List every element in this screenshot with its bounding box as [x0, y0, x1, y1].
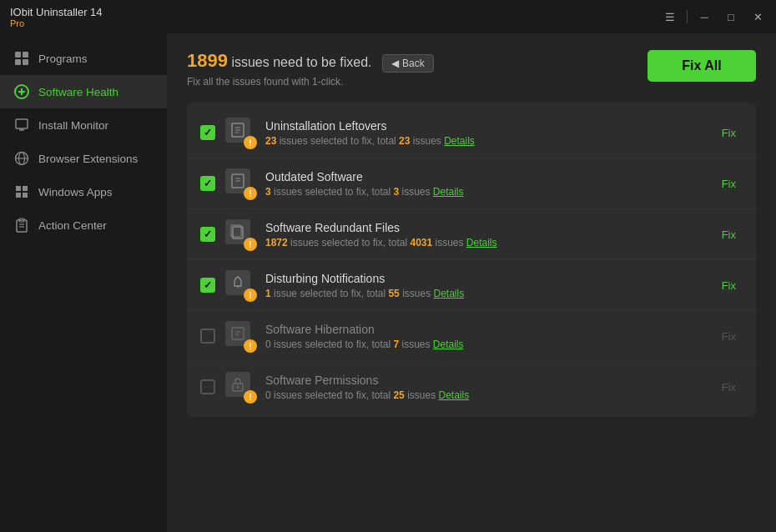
- table-row: ! Uninstallation Leftovers 23 issues sel…: [187, 108, 756, 158]
- window-controls: ☰ ─ □ ✕: [658, 8, 769, 26]
- sidebar-action-center-label: Action Center: [38, 219, 107, 232]
- back-button[interactable]: ◀ Back: [382, 54, 434, 73]
- table-row: ! Software Hibernation 0 issues selected…: [187, 311, 756, 362]
- content-area: 1899 issues need to be fixed. ◀ Back Fix…: [167, 33, 776, 532]
- issue-warning-badge: !: [244, 187, 257, 200]
- minimize-icon: ─: [700, 11, 708, 23]
- content-header: 1899 issues need to be fixed. ◀ Back Fix…: [187, 50, 756, 88]
- details-link[interactable]: Details: [433, 339, 464, 350]
- issue-checkbox-uninstallation-leftovers[interactable]: [200, 125, 215, 140]
- minimize-button[interactable]: ─: [693, 8, 716, 26]
- issue-description: 1 issue selected to fix, total 55 issues…: [265, 288, 705, 299]
- sidebar-item-browser-extensions[interactable]: Browser Extensions: [0, 142, 167, 175]
- fix-button-disturbing-notifications[interactable]: Fix: [715, 276, 743, 295]
- sidebar: Programs Software Health Install Monit: [0, 33, 167, 532]
- table-row: ! Outdated Software 3 issues selected to…: [187, 158, 756, 209]
- total-count: 25: [393, 389, 404, 401]
- app-branding: IObit Uninstaller 14 Pro: [10, 6, 103, 28]
- sidebar-item-install-monitor[interactable]: Install Monitor: [0, 108, 167, 142]
- issue-checkbox-disturbing-notifications[interactable]: [200, 278, 215, 293]
- sidebar-windows-apps-label: Windows Apps: [38, 186, 113, 198]
- back-arrow-icon: ◀: [391, 58, 399, 69]
- menu-button[interactable]: ☰: [658, 8, 682, 26]
- sidebar-browser-extensions-label: Browser Extensions: [38, 153, 138, 165]
- issue-icon-software-hibernation: !: [225, 321, 255, 351]
- sidebar-item-windows-apps[interactable]: Windows Apps: [0, 175, 167, 208]
- svg-rect-7: [16, 119, 28, 128]
- browser-extensions-icon: [13, 150, 30, 167]
- issue-icon-software-redundant-files: !: [225, 219, 255, 249]
- back-label: Back: [402, 58, 425, 69]
- header-left: 1899 issues need to be fixed. ◀ Back Fix…: [187, 50, 434, 88]
- details-link[interactable]: Details: [439, 389, 470, 401]
- details-link[interactable]: Details: [434, 288, 465, 299]
- issue-checkbox-outdated-software[interactable]: [200, 176, 215, 191]
- selected-count: 0: [265, 339, 271, 350]
- software-health-icon: [13, 83, 30, 100]
- install-monitor-icon: [13, 117, 30, 133]
- issue-description: 1872 issues selected to fix, total 4031 …: [265, 237, 705, 248]
- sidebar-install-monitor-label: Install Monitor: [38, 119, 108, 132]
- fix-button-outdated-software[interactable]: Fix: [715, 174, 743, 193]
- issues-heading: 1899 issues need to be fixed. ◀ Back: [187, 50, 434, 73]
- sidebar-programs-label: Programs: [38, 53, 88, 65]
- selected-count: 23: [265, 135, 276, 147]
- issue-checkbox-software-hibernation[interactable]: [200, 329, 215, 344]
- programs-icon: [13, 50, 30, 67]
- maximize-icon: □: [728, 11, 734, 23]
- svg-rect-32: [232, 328, 244, 339]
- close-button[interactable]: ✕: [746, 8, 769, 26]
- fix-all-button[interactable]: Fix All: [648, 50, 756, 82]
- fix-button-software-hibernation: Fix: [715, 327, 743, 346]
- total-count: 23: [399, 135, 410, 147]
- menu-icon: ☰: [665, 11, 675, 23]
- svg-rect-15: [16, 193, 21, 198]
- details-link[interactable]: Details: [444, 135, 475, 147]
- total-count: 55: [388, 288, 399, 299]
- issue-name: Software Permissions: [265, 374, 705, 387]
- selected-count: 1872: [265, 237, 288, 248]
- issues-list: ! Uninstallation Leftovers 23 issues sel…: [187, 103, 756, 417]
- issue-warning-badge: !: [244, 390, 257, 404]
- issue-name: Software Hibernation: [265, 323, 705, 336]
- details-link[interactable]: Details: [433, 186, 464, 198]
- issue-name: Software Redundant Files: [265, 221, 705, 234]
- svg-rect-14: [23, 186, 28, 191]
- issue-checkbox-software-permissions[interactable]: [200, 379, 215, 394]
- selected-count: 0: [265, 389, 271, 401]
- sidebar-item-action-center[interactable]: Action Center: [0, 208, 167, 242]
- selected-count: 1: [265, 288, 271, 299]
- separator: [687, 10, 688, 23]
- svg-rect-1: [23, 52, 28, 58]
- issue-info-uninstallation-leftovers: Uninstallation Leftovers 23 issues selec…: [265, 119, 705, 147]
- issue-info-software-hibernation: Software Hibernation 0 issues selected t…: [265, 323, 705, 350]
- svg-rect-2: [15, 59, 21, 65]
- issue-warning-badge: !: [244, 339, 257, 353]
- fix-button-software-redundant-files[interactable]: Fix: [715, 225, 743, 244]
- issue-icon-software-permissions: !: [225, 372, 255, 402]
- issue-checkbox-software-redundant-files[interactable]: [200, 227, 215, 242]
- maximize-button[interactable]: □: [719, 8, 743, 26]
- table-row: ! Disturbing Notifications 1 issue selec…: [187, 260, 756, 311]
- action-center-icon: [13, 217, 30, 233]
- sidebar-item-software-health[interactable]: Software Health: [0, 75, 167, 108]
- issue-name: Uninstallation Leftovers: [265, 119, 705, 133]
- selected-count: 3: [265, 186, 271, 198]
- fix-button-software-permissions: Fix: [715, 378, 743, 397]
- issue-name: Outdated Software: [265, 170, 705, 183]
- close-icon: ✕: [753, 11, 763, 23]
- fix-button-uninstallation-leftovers[interactable]: Fix: [715, 123, 743, 143]
- sidebar-item-programs[interactable]: Programs: [0, 42, 167, 75]
- svg-rect-16: [23, 193, 28, 198]
- issue-icon-outdated-software: !: [225, 168, 255, 198]
- issue-description: 0 issues selected to fix, total 7 issues…: [265, 339, 705, 350]
- app-pro-badge: Pro: [10, 18, 103, 28]
- details-link[interactable]: Details: [466, 237, 497, 248]
- main-layout: Programs Software Health Install Monit: [0, 33, 776, 532]
- issue-warning-badge: !: [244, 238, 257, 251]
- svg-point-36: [237, 386, 239, 389]
- title-bar: IObit Uninstaller 14 Pro ☰ ─ □ ✕: [0, 0, 776, 33]
- issue-info-software-permissions: Software Permissions 0 issues selected t…: [265, 374, 705, 401]
- svg-rect-13: [16, 186, 21, 191]
- issue-info-outdated-software: Outdated Software 3 issues selected to f…: [265, 170, 705, 198]
